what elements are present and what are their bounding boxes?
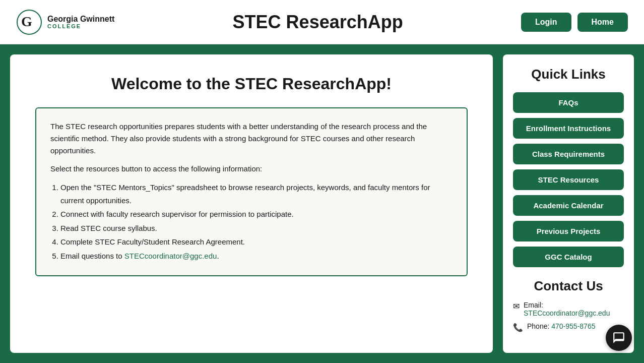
previous-projects-button[interactable]: Previous Projects [513, 221, 624, 241]
svg-text:G: G [21, 14, 32, 29]
contact-email: ✉ Email: STECcoordinator@ggc.edu [513, 301, 624, 317]
logo-line2: COLLEGE [47, 23, 114, 29]
ggc-logo-icon: G [16, 9, 42, 35]
info-paragraph1: The STEC research opportunities prepares… [50, 120, 453, 157]
email-link[interactable]: STECcoordinator@ggc.edu [124, 252, 217, 260]
faqs-button[interactable]: FAQs [513, 92, 624, 113]
contact-email-link[interactable]: STECcoordinator@ggc.edu [524, 309, 610, 317]
login-button[interactable]: Login [521, 13, 571, 32]
class-requirements-button[interactable]: Class Requirements [513, 144, 624, 164]
header: G Georgia Gwinnett COLLEGE STEC Research… [0, 0, 644, 44]
list-item: Complete STEC Faculty/Student Research A… [60, 235, 453, 249]
info-box: The STEC research opportunities prepares… [35, 107, 468, 276]
home-button[interactable]: Home [577, 13, 628, 32]
list-item: Connect with faculty research supervisor… [60, 208, 453, 221]
quick-links-title: Quick Links [513, 67, 624, 82]
list-item: Open the "STEC Mentors_Topics" spreadshe… [60, 181, 453, 207]
info-paragraph2: Select the resources button to access th… [50, 163, 453, 175]
contact-phone-link[interactable]: 470-955-8765 [551, 322, 595, 330]
stec-resources-button[interactable]: STEC Resources [513, 169, 624, 190]
enrollment-button[interactable]: Enrollment Instructions [513, 118, 624, 139]
welcome-title: Welcome to the STEC ResearchApp! [35, 75, 468, 93]
right-panel: Quick Links FAQs Enrollment Instructions… [503, 54, 634, 353]
info-list: Open the "STEC Mentors_Topics" spreadshe… [50, 181, 453, 262]
academic-calendar-button[interactable]: Academic Calendar [513, 195, 624, 216]
chat-button[interactable] [606, 325, 632, 351]
phone-icon: 📞 [513, 323, 523, 332]
main-content: Welcome to the STEC ResearchApp! The STE… [0, 44, 644, 363]
logo-line1: Georgia Gwinnett [47, 15, 114, 24]
logo-area: G Georgia Gwinnett COLLEGE [16, 9, 114, 35]
email-label: Email: [524, 301, 543, 309]
left-panel: Welcome to the STEC ResearchApp! The STE… [10, 54, 493, 353]
list-item: Email questions to STECcoordinator@ggc.e… [60, 250, 453, 263]
ggc-catalog-button[interactable]: GGC Catalog [513, 247, 624, 267]
list-item: Read STEC course syllabus. [60, 222, 453, 235]
header-buttons: Login Home [521, 13, 628, 32]
phone-label: Phone: [527, 322, 549, 330]
app-title: STEC ResearchApp [233, 12, 403, 33]
email-icon: ✉ [513, 301, 520, 311]
contact-title: Contact Us [513, 278, 624, 294]
logo-text: Georgia Gwinnett COLLEGE [47, 15, 114, 30]
